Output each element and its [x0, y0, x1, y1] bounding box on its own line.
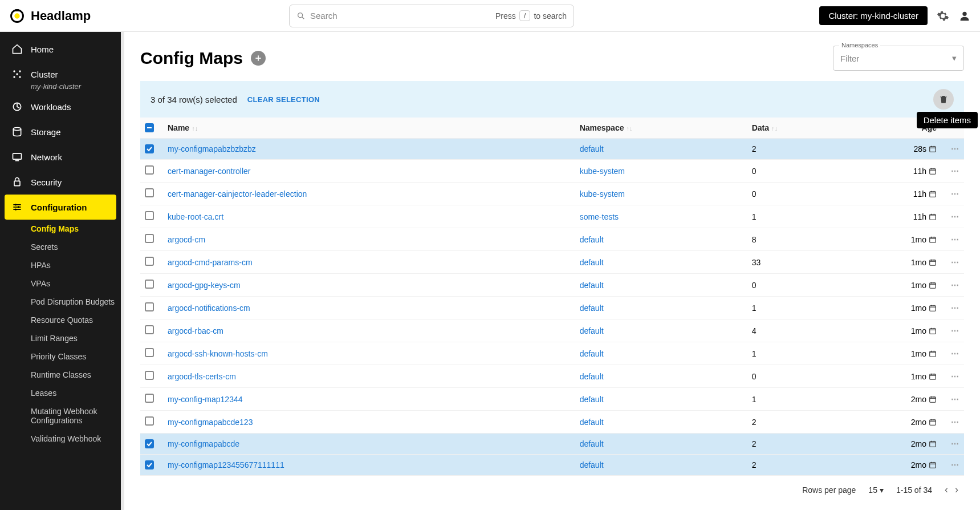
sidebar-item-storage[interactable]: Storage	[0, 119, 121, 144]
row-checkbox[interactable]	[145, 165, 154, 175]
sidebar-subitem-mutating-webhook-configurations[interactable]: Mutating Webhook Configurations	[0, 402, 121, 430]
search-input[interactable]: Search Press / to search	[289, 5, 574, 27]
row-checkbox[interactable]	[145, 348, 154, 357]
row-actions-button[interactable]: ⋯	[951, 212, 959, 221]
namespace-link[interactable]: default	[580, 281, 604, 290]
row-checkbox[interactable]	[145, 302, 154, 311]
row-actions-button[interactable]: ⋯	[951, 144, 959, 153]
row-actions-button[interactable]: ⋯	[951, 372, 959, 381]
column-data[interactable]: Data↑↓	[747, 118, 844, 139]
sidebar-item-home[interactable]: Home	[0, 37, 121, 62]
add-button[interactable]	[251, 51, 266, 66]
configmap-name-link[interactable]: my-configmapabcde123	[168, 418, 253, 427]
row-checkbox[interactable]	[145, 439, 154, 448]
sidebar-subitem-runtime-classes[interactable]: Runtime Classes	[0, 366, 121, 384]
sidebar-subitem-pod-disruption-budgets[interactable]: Pod Disruption Budgets	[0, 293, 121, 311]
prev-page-button[interactable]: ‹	[945, 484, 948, 496]
delete-button[interactable]	[933, 89, 954, 110]
sidebar-subitem-config-maps[interactable]: Config Maps	[0, 220, 121, 238]
next-page-button[interactable]: ›	[955, 484, 958, 496]
namespace-link[interactable]: default	[580, 258, 604, 267]
row-actions-button[interactable]: ⋯	[951, 235, 959, 244]
namespace-link[interactable]: default	[580, 326, 604, 335]
sidebar-item-workloads[interactable]: Workloads	[0, 94, 121, 119]
row-checkbox[interactable]	[145, 188, 154, 197]
namespace-link[interactable]: default	[580, 303, 604, 313]
namespace-link[interactable]: default	[580, 395, 604, 404]
configmap-name-link[interactable]: my-configmapabzbzbzbz	[168, 144, 256, 153]
namespace-link[interactable]: default	[580, 418, 604, 427]
svg-point-19	[15, 204, 17, 205]
column-namespace[interactable]: Namespace↑↓	[575, 118, 747, 139]
sidebar-subitem-vpas[interactable]: VPAs	[0, 274, 121, 293]
row-actions-button[interactable]: ⋯	[951, 418, 959, 427]
row-checkbox[interactable]	[145, 460, 154, 469]
row-checkbox[interactable]	[145, 371, 154, 380]
namespace-link[interactable]: default	[580, 439, 604, 448]
row-actions-button[interactable]: ⋯	[951, 349, 959, 358]
sidebar-subitem-validating-webhook[interactable]: Validating Webhook	[0, 430, 121, 448]
row-checkbox[interactable]	[145, 416, 154, 426]
configmap-name-link[interactable]: argocd-cmd-params-cm	[168, 258, 253, 267]
sidebar-subitem-limit-ranges[interactable]: Limit Ranges	[0, 329, 121, 347]
sidebar-item-configuration[interactable]: Configuration	[5, 195, 116, 220]
age-value: 1mo	[911, 372, 937, 381]
namespace-link[interactable]: default	[580, 235, 604, 244]
namespace-filter[interactable]: Namespaces Filter ▾	[833, 46, 964, 71]
sidebar-item-security[interactable]: Security	[0, 169, 121, 195]
row-actions-button[interactable]: ⋯	[951, 281, 959, 290]
row-actions-button[interactable]: ⋯	[951, 326, 959, 335]
account-button[interactable]	[958, 10, 971, 22]
namespace-link[interactable]: some-tests	[580, 212, 619, 221]
configmap-name-link[interactable]: argocd-cm	[168, 235, 205, 244]
row-checkbox[interactable]	[145, 394, 154, 403]
configmap-name-link[interactable]: argocd-tls-certs-cm	[168, 372, 236, 381]
logo[interactable]: Headlamp	[9, 8, 120, 24]
row-actions-button[interactable]: ⋯	[951, 303, 959, 313]
row-actions-button[interactable]: ⋯	[951, 439, 959, 448]
namespace-link[interactable]: default	[580, 349, 604, 358]
rows-per-page-select[interactable]: 15 ▾	[868, 485, 884, 495]
namespace-link[interactable]: kube-system	[580, 167, 625, 176]
row-checkbox[interactable]	[145, 257, 154, 266]
configmap-name-link[interactable]: argocd-gpg-keys-cm	[168, 281, 241, 290]
row-checkbox[interactable]	[145, 325, 154, 334]
sidebar-item-label: Home	[31, 44, 54, 54]
configmap-name-link[interactable]: kube-root-ca.crt	[168, 212, 223, 221]
configmap-name-link[interactable]: cert-manager-controller	[168, 167, 251, 176]
configmap-name-link[interactable]: cert-manager-cainjector-leader-election	[168, 189, 307, 199]
cluster-chip[interactable]: Cluster: my-kind-cluster	[819, 6, 928, 25]
clear-selection-button[interactable]: CLEAR SELECTION	[247, 95, 320, 104]
column-name[interactable]: Name↑↓	[163, 118, 575, 139]
sidebar-subitem-secrets[interactable]: Secrets	[0, 238, 121, 256]
configmap-name-link[interactable]: my-config-map12344	[168, 395, 243, 404]
data-count: 0	[747, 274, 844, 297]
sidebar-subitem-leases[interactable]: Leases	[0, 384, 121, 402]
configmap-name-link[interactable]: argocd-rbac-cm	[168, 326, 223, 335]
sidebar-subitem-priority-classes[interactable]: Priority Classes	[0, 347, 121, 366]
configmap-name-link[interactable]: argocd-notifications-cm	[168, 303, 250, 313]
settings-button[interactable]	[937, 10, 949, 22]
row-checkbox[interactable]	[145, 280, 154, 289]
configmap-name-link[interactable]: my-configmapabcde	[168, 439, 239, 448]
sidebar-subitem-hpas[interactable]: HPAs	[0, 256, 121, 274]
row-actions-button[interactable]: ⋯	[951, 258, 959, 267]
configmap-name-link[interactable]: argocd-ssh-known-hosts-cm	[168, 349, 268, 358]
sidebar-item-network[interactable]: Network	[0, 144, 121, 169]
sidebar-subitem-resource-quotas[interactable]: Resource Quotas	[0, 311, 121, 329]
logo-text: Headlamp	[31, 9, 91, 23]
namespace-link[interactable]: default	[580, 144, 604, 153]
select-all-checkbox[interactable]	[145, 123, 154, 132]
row-actions-button[interactable]: ⋯	[951, 460, 959, 469]
sort-icon: ↑↓	[626, 125, 632, 132]
row-actions-button[interactable]: ⋯	[951, 167, 959, 176]
row-actions-button[interactable]: ⋯	[951, 395, 959, 404]
namespace-link[interactable]: default	[580, 372, 604, 381]
row-checkbox[interactable]	[145, 144, 154, 153]
namespace-link[interactable]: kube-system	[580, 189, 625, 199]
namespace-link[interactable]: default	[580, 460, 604, 469]
row-checkbox[interactable]	[145, 234, 154, 243]
row-checkbox[interactable]	[145, 211, 154, 220]
row-actions-button[interactable]: ⋯	[951, 189, 959, 199]
configmap-name-link[interactable]: my-configmap123455677111111	[168, 460, 284, 469]
